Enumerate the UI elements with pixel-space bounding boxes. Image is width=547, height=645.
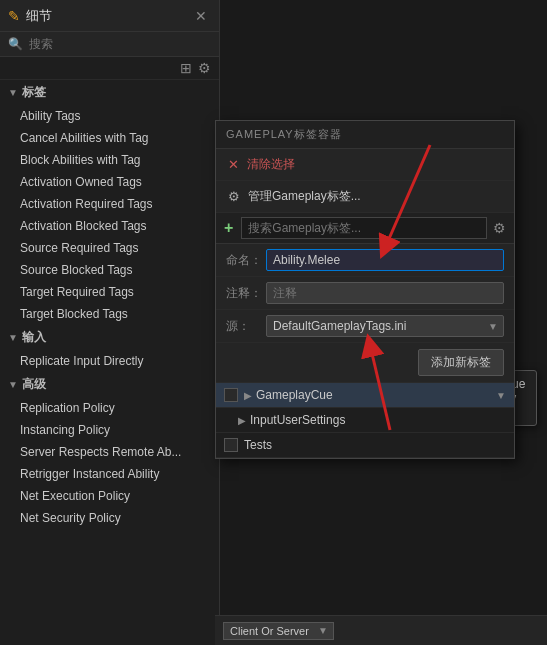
- title-bar: ✎ 细节 ✕: [0, 0, 219, 32]
- popup-search-input[interactable]: [241, 217, 487, 239]
- add-tag-button[interactable]: 添加新标签: [418, 349, 504, 376]
- tags-section-header[interactable]: ▼ 标签: [0, 80, 219, 105]
- tests-checkbox[interactable]: [224, 438, 238, 452]
- bottom-bar: Client Or Server ▼: [215, 615, 547, 645]
- toolbar: ⊞ ⚙: [0, 57, 219, 80]
- panel-title: 细节: [26, 7, 191, 25]
- list-item-cancel-abilities[interactable]: Cancel Abilities with Tag: [0, 127, 219, 149]
- list-item-ability-tags[interactable]: Ability Tags: [0, 105, 219, 127]
- inputusersettings-expand-arrow[interactable]: ▶: [238, 415, 246, 426]
- source-label: 源：: [226, 318, 266, 335]
- comment-form-row: 注释：: [216, 277, 514, 310]
- bottom-select-wrapper: Client Or Server ▼: [223, 622, 334, 640]
- pencil-icon: ✎: [8, 8, 20, 24]
- grid-icon[interactable]: ⊞: [180, 60, 192, 76]
- manage-gear-icon: ⚙: [228, 189, 240, 204]
- popup-header: GAMEPLAY标签容器: [216, 121, 514, 149]
- comment-input[interactable]: [266, 282, 504, 304]
- list-item-net-security[interactable]: Net Security Policy: [0, 507, 219, 529]
- list-item-retrigger[interactable]: Retrigger Instanced Ability: [0, 463, 219, 485]
- search-icon: 🔍: [8, 37, 23, 51]
- list-item-instancing-policy[interactable]: Instancing Policy: [0, 419, 219, 441]
- gameplaycue-label: GameplayCue: [256, 388, 496, 402]
- plus-button[interactable]: +: [224, 219, 233, 237]
- list-item-activation-owned[interactable]: Activation Owned Tags: [0, 171, 219, 193]
- clear-icon: ✕: [228, 157, 239, 172]
- tree-item-gameplaycue[interactable]: ▶ GameplayCue ▼: [216, 383, 514, 408]
- input-section-header[interactable]: ▼ 输入: [0, 325, 219, 350]
- tree-item-tests[interactable]: Tests: [216, 433, 514, 458]
- search-bar: 🔍: [0, 32, 219, 57]
- net-execution-select[interactable]: Client Or Server: [223, 622, 334, 640]
- advanced-expand-arrow: ▼: [8, 379, 18, 390]
- inputusersettings-label: InputUserSettings: [250, 413, 506, 427]
- tags-section-label: 标签: [22, 84, 46, 101]
- clear-label: 清除选择: [247, 156, 295, 173]
- advanced-section-label: 高级: [22, 376, 46, 393]
- manage-label: 管理Gameplay标签...: [248, 188, 361, 205]
- list-item-replication-policy[interactable]: Replication Policy: [0, 397, 219, 419]
- input-expand-arrow: ▼: [8, 332, 18, 343]
- add-tag-row: 添加新标签: [216, 343, 514, 383]
- list-item-net-execution[interactable]: Net Execution Policy: [0, 485, 219, 507]
- search-input[interactable]: [29, 37, 211, 51]
- list-item-source-required[interactable]: Source Required Tags: [0, 237, 219, 259]
- manage-tags-item[interactable]: ⚙ 管理Gameplay标签...: [216, 181, 514, 213]
- list-item-activation-required[interactable]: Activation Required Tags: [0, 193, 219, 215]
- gameplaycue-checkbox[interactable]: [224, 388, 238, 402]
- list-item-target-required[interactable]: Target Required Tags: [0, 281, 219, 303]
- advanced-section-header[interactable]: ▼ 高级: [0, 372, 219, 397]
- close-button[interactable]: ✕: [191, 6, 211, 26]
- name-label: 命名：: [226, 252, 266, 269]
- name-input[interactable]: [266, 249, 504, 271]
- list-item-block-abilities[interactable]: Block Abilities with Tag: [0, 149, 219, 171]
- list-item-replicate-input[interactable]: Replicate Input Directly: [0, 350, 219, 372]
- tree-item-inputusersettings[interactable]: ▶ InputUserSettings: [216, 408, 514, 433]
- source-dropdown-wrapper: DefaultGameplayTags.ini ▼: [266, 315, 504, 337]
- clear-selection-item[interactable]: ✕ 清除选择: [216, 149, 514, 181]
- gameplaycue-expand-arrow[interactable]: ▶: [244, 390, 252, 401]
- input-section-label: 输入: [22, 329, 46, 346]
- gameplay-tag-popup: GAMEPLAY标签容器 ✕ 清除选择 ⚙ 管理Gameplay标签... + …: [215, 120, 515, 459]
- gameplaycue-right-arrow: ▼: [496, 390, 506, 401]
- name-form-row: 命名：: [216, 244, 514, 277]
- tags-expand-arrow: ▼: [8, 87, 18, 98]
- popup-search-row: + ⚙: [216, 213, 514, 244]
- list-item-server-respects[interactable]: Server Respects Remote Ab...: [0, 441, 210, 463]
- tests-label: Tests: [244, 438, 506, 452]
- source-form-row: 源： DefaultGameplayTags.ini ▼: [216, 310, 514, 343]
- tag-tree-list: ▶ GameplayCue ▼ ▶ InputUserSettings Test…: [216, 383, 514, 458]
- comment-label: 注释：: [226, 285, 266, 302]
- gear-icon[interactable]: ⚙: [198, 60, 211, 76]
- popup-gear-icon[interactable]: ⚙: [493, 220, 506, 236]
- main-panel: ✎ 细节 ✕ 🔍 ⊞ ⚙ ▼ 标签 Ability Tags Cancel Ab…: [0, 0, 220, 645]
- list-item-target-blocked[interactable]: Target Blocked Tags: [0, 303, 219, 325]
- list-item-source-blocked[interactable]: Source Blocked Tags: [0, 259, 219, 281]
- source-select[interactable]: DefaultGameplayTags.ini: [266, 315, 504, 337]
- list-item-activation-blocked[interactable]: Activation Blocked Tags: [0, 215, 219, 237]
